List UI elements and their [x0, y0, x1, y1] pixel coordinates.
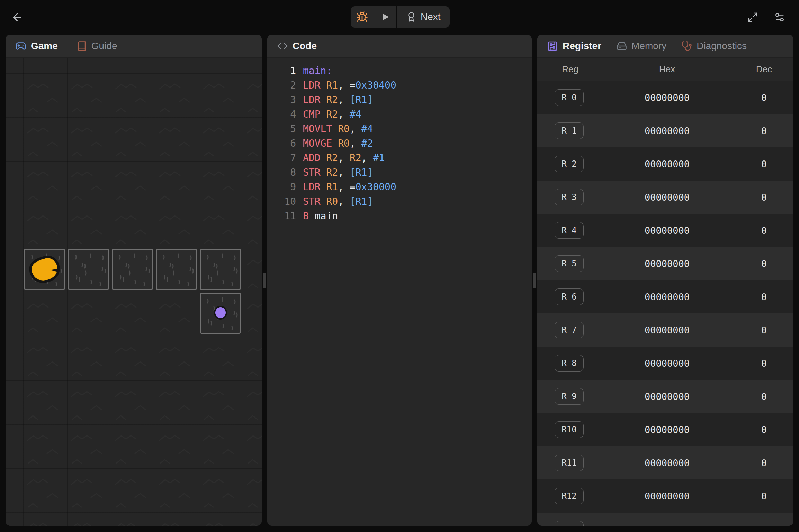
hex-value: 00000000 — [586, 391, 748, 402]
tile — [68, 249, 109, 290]
line-number: 2 — [279, 78, 296, 93]
game-panel-header: Game Guide — [6, 35, 262, 58]
code-line: 1main: — [267, 64, 532, 78]
hex-value: 00000000 — [586, 358, 748, 369]
tab-diagnostics[interactable]: Diagnostics — [682, 40, 747, 52]
game-board — [6, 58, 262, 526]
expand-icon — [747, 12, 758, 23]
topbar: Next — [0, 0, 799, 35]
next-button[interactable]: Next — [397, 6, 450, 28]
tile-texture — [113, 250, 152, 289]
line-number: 7 — [279, 151, 296, 165]
dec-value: 0 — [748, 192, 780, 203]
code-text: CMP R2, #4 — [303, 107, 361, 122]
tab-game[interactable]: Game — [15, 40, 58, 52]
dec-value: 0 — [748, 491, 780, 502]
register-row: R 2000000000 — [537, 147, 793, 181]
register-row: R11000000000 — [537, 446, 793, 479]
register-row: R13000000000 — [537, 513, 793, 526]
stethoscope-icon — [682, 41, 692, 51]
hard-drive-icon — [617, 41, 627, 51]
hex-value: 00000000 — [586, 225, 748, 236]
game-panel: Game Guide — [6, 35, 262, 526]
register-badge: R10 — [555, 421, 584, 438]
code-editor[interactable]: 1main:2LDR R1, =0x304003LDR R2, [R1]4CMP… — [267, 58, 532, 526]
hex-value: 00000000 — [586, 325, 748, 336]
line-number: 10 — [279, 194, 296, 209]
code-text: STR R0, [R1] — [303, 194, 373, 209]
register-row: R 8000000000 — [537, 347, 793, 380]
tile — [200, 249, 241, 290]
register-row: R 3000000000 — [537, 181, 793, 214]
register-badge: R 7 — [555, 322, 584, 338]
column-reg: Reg — [555, 64, 586, 75]
code-text: MOVLT R0, #4 — [303, 122, 373, 136]
register-panel-header: Register Memory Diagnostics — [537, 35, 793, 58]
tab-game-label: Game — [31, 40, 58, 52]
bug-icon — [356, 11, 368, 23]
line-number: 4 — [279, 107, 296, 122]
column-hex: Hex — [586, 64, 748, 75]
hex-value: 00000000 — [586, 424, 748, 435]
gamepad-icon — [15, 40, 26, 52]
register-row: R 9000000000 — [537, 380, 793, 413]
circuit-board-icon — [547, 40, 558, 52]
panel-resize-handle[interactable] — [263, 273, 266, 288]
dec-value: 0 — [748, 325, 780, 336]
dec-value: 0 — [748, 391, 780, 402]
register-row: R 6000000000 — [537, 280, 793, 313]
code-line: 3LDR R2, [R1] — [267, 93, 532, 107]
book-icon — [77, 41, 87, 51]
register-badge: R 8 — [555, 355, 584, 372]
code-line: 7ADD R2, R2, #1 — [267, 151, 532, 165]
code-text: B main — [303, 209, 338, 223]
panel-resize-handle[interactable] — [533, 273, 536, 288]
tab-memory-label: Memory — [631, 40, 666, 52]
dec-value: 0 — [748, 292, 780, 302]
line-number: 8 — [279, 165, 296, 180]
award-icon — [406, 12, 416, 22]
line-number: 6 — [279, 136, 296, 151]
register-table-header: Reg Hex Dec — [537, 58, 793, 81]
dec-value: 0 — [748, 225, 780, 236]
dec-value: 0 — [748, 92, 780, 103]
tab-code: Code — [277, 40, 317, 52]
register-row: R 0000000000 — [537, 81, 793, 114]
debug-button[interactable] — [351, 6, 374, 28]
register-badge: R 0 — [555, 89, 584, 106]
tile — [112, 249, 153, 290]
back-button[interactable] — [9, 9, 26, 26]
register-table[interactable]: R 0000000000R 1000000000R 2000000000R 30… — [537, 81, 793, 526]
tab-guide-label: Guide — [91, 40, 117, 52]
hex-value: 00000000 — [586, 491, 748, 502]
register-row: R 1000000000 — [537, 114, 793, 147]
code-text: LDR R1, =0x30400 — [303, 78, 396, 93]
hex-value: 00000000 — [586, 258, 748, 269]
hex-value: 00000000 — [586, 192, 748, 203]
register-row: R 4000000000 — [537, 214, 793, 247]
hex-value: 00000000 — [586, 292, 748, 302]
expand-button[interactable] — [744, 9, 761, 26]
code-text: ADD R2, R2, #1 — [303, 151, 385, 165]
code-text: main: — [303, 64, 332, 78]
register-row: R 7000000000 — [537, 313, 793, 347]
tab-register[interactable]: Register — [547, 40, 601, 52]
run-button[interactable] — [374, 6, 396, 28]
code-line: 10STR R0, [R1] — [267, 194, 532, 209]
code-line: 9LDR R1, =0x30000 — [267, 180, 532, 194]
register-badge: R11 — [555, 455, 584, 471]
tab-diagnostics-label: Diagnostics — [697, 40, 747, 52]
tile-texture — [69, 250, 108, 289]
code-line: 6MOVGE R0, #2 — [267, 136, 532, 151]
line-number: 1 — [279, 64, 296, 78]
settings-button[interactable] — [771, 9, 788, 26]
register-badge: R 5 — [555, 255, 584, 272]
line-number: 9 — [279, 180, 296, 194]
tab-guide[interactable]: Guide — [77, 40, 117, 52]
code-text: STR R2, [R1] — [303, 165, 373, 180]
dec-value: 0 — [748, 159, 780, 169]
dec-value: 0 — [748, 458, 780, 468]
tab-memory[interactable]: Memory — [617, 40, 666, 52]
sliders-icon — [774, 12, 785, 23]
tile-texture — [201, 250, 240, 289]
